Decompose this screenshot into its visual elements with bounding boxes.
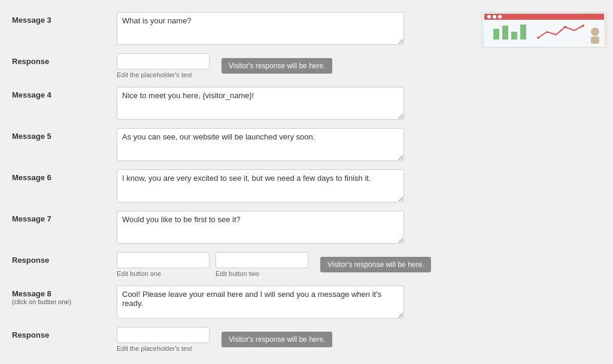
response3-input-col: Type your email here... Edit the placeho… <box>117 327 463 352</box>
svg-point-2 <box>487 15 491 19</box>
response3-field-group: Type your email here... Edit the placeho… <box>117 327 210 352</box>
message8-row: Message 8 (click on button one) Cool! Pl… <box>12 286 463 318</box>
svg-point-9 <box>537 37 539 39</box>
response1-hint: Edit the placeholder's text <box>117 71 210 78</box>
button-two-group: Boring Edit button two <box>216 252 308 277</box>
response2-visitor-btn[interactable]: Visitor's response will be here. <box>320 257 431 272</box>
svg-rect-5 <box>493 29 499 40</box>
response1-label: Response <box>12 53 117 66</box>
svg-point-10 <box>564 26 566 28</box>
message4-row: Message 4 Nice to meet you here, {visito… <box>12 87 463 120</box>
response2-input-row: Tell me more Edit button one Boring Edit… <box>117 252 463 277</box>
message5-label: Message 5 <box>12 128 117 141</box>
svg-rect-13 <box>591 37 599 44</box>
svg-rect-8 <box>520 25 526 40</box>
message7-label: Message 7 <box>12 211 117 223</box>
message8-input-col: Cool! Please leave your email here and I… <box>117 286 463 318</box>
sidebar-img-placeholder <box>482 13 606 47</box>
preview-chart-svg <box>484 14 604 47</box>
svg-rect-1 <box>484 14 604 20</box>
response1-input-col: Type your name here... Edit the placehol… <box>117 53 463 78</box>
message8-sublabel: (click on button one) <box>12 298 117 305</box>
response2-row: Response Tell me more Edit button one Bo… <box>12 252 463 277</box>
response1-input-row: Type your name here... Edit the placehol… <box>117 53 463 78</box>
button-one-group: Tell me more Edit button one <box>117 252 210 277</box>
button-one-hint: Edit button one <box>117 270 210 277</box>
message6-input-col: I know, you are very excited to see it, … <box>117 169 463 202</box>
message5-row: Message 5 As you can see, our website wi… <box>12 128 463 161</box>
message5-textarea[interactable]: As you can see, our website will be laun… <box>117 128 404 161</box>
response3-input[interactable]: Type your email here... <box>117 327 210 343</box>
button-two-hint: Edit button two <box>216 270 308 277</box>
message6-textarea[interactable]: I know, you are very excited to see it, … <box>117 169 404 202</box>
response3-label: Response <box>12 327 117 339</box>
message6-row: Message 6 I know, you are very excited t… <box>12 169 463 202</box>
response3-visitor-btn[interactable]: Visitor's response will be here. <box>221 332 332 347</box>
response1-visitor-btn[interactable]: Visitor's response will be here. <box>221 58 332 74</box>
message7-input-col: Would you like to be first to see it? <box>117 211 463 244</box>
svg-point-12 <box>591 28 599 36</box>
response1-row: Response Type your name here... Edit the… <box>12 53 463 78</box>
page-container: Message 3 What is your name? Response Ty… <box>0 0 613 364</box>
svg-rect-6 <box>502 26 508 40</box>
main-content: Message 3 What is your name? Response Ty… <box>0 6 475 364</box>
svg-rect-7 <box>511 32 517 40</box>
message5-input-col: As you can see, our website will be laun… <box>117 128 463 161</box>
response2-input-col: Tell me more Edit button one Boring Edit… <box>117 252 463 277</box>
svg-point-11 <box>582 25 584 27</box>
button-two-input[interactable]: Boring <box>216 252 308 268</box>
message4-input-col: Nice to meet you here, {visitor_name}! <box>117 87 463 120</box>
message3-label: Message 3 <box>12 12 117 25</box>
message7-textarea[interactable]: Would you like to be first to see it? <box>117 211 404 244</box>
message6-label: Message 6 <box>12 169 117 182</box>
message3-input-col: What is your name? <box>117 12 463 45</box>
response1-field-group: Type your name here... Edit the placehol… <box>117 53 210 78</box>
message8-textarea[interactable]: Cool! Please leave your email here and I… <box>117 286 404 318</box>
response3-row: Response Type your email here... Edit th… <box>12 327 463 352</box>
message4-textarea[interactable]: Nice to meet you here, {visitor_name}! <box>117 87 404 120</box>
response1-input[interactable]: Type your name here... <box>117 53 210 69</box>
button-one-input[interactable]: Tell me more <box>117 252 210 268</box>
message3-textarea[interactable]: What is your name? <box>117 12 404 45</box>
response3-input-row: Type your email here... Edit the placeho… <box>117 327 463 352</box>
sidebar-preview-image <box>481 12 607 48</box>
svg-point-3 <box>493 15 496 19</box>
message8-label: Message 8 (click on button one) <box>12 286 117 305</box>
message4-label: Message 4 <box>12 87 117 99</box>
message3-row: Message 3 What is your name? <box>12 12 463 45</box>
sidebar <box>475 6 613 364</box>
message7-row: Message 7 Would you like to be first to … <box>12 211 463 244</box>
svg-point-4 <box>498 15 502 19</box>
response2-label: Response <box>12 252 117 265</box>
response3-hint: Edit the placeholder's text <box>117 345 210 352</box>
